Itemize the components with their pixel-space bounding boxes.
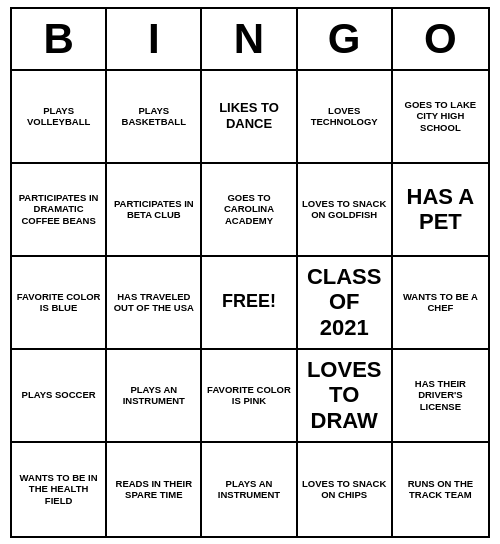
- bingo-cell: Free!: [202, 257, 297, 350]
- bingo-cell: FAVORITE COLOR IS PINK: [202, 350, 297, 443]
- bingo-header: BINGO: [12, 9, 488, 71]
- bingo-cell: HAS THEIR DRIVER'S LICENSE: [393, 350, 488, 443]
- bingo-cell: PARTICIPATES IN DRAMATIC COFFEE BEANS: [12, 164, 107, 257]
- bingo-cell: PLAYS SOCCER: [12, 350, 107, 443]
- header-letter: N: [202, 9, 297, 69]
- bingo-cell: CLASS OF 2021: [298, 257, 393, 350]
- bingo-cell: WANTS TO BE A CHEF: [393, 257, 488, 350]
- bingo-cell: GOES TO LAKE CITY HIGH SCHOOL: [393, 71, 488, 164]
- bingo-cell: LOVES TO DRAW: [298, 350, 393, 443]
- header-letter: I: [107, 9, 202, 69]
- bingo-cell: READS IN THEIR SPARE TIME: [107, 443, 202, 536]
- header-letter: B: [12, 9, 107, 69]
- bingo-cell: LIKES TO DANCE: [202, 71, 297, 164]
- bingo-cell: LOVES TO SNACK ON CHIPS: [298, 443, 393, 536]
- bingo-grid: PLAYS VOLLEYBALLPLAYS BASKETBALLLIKES TO…: [12, 71, 488, 536]
- bingo-cell: PLAYS AN INSTRUMENT: [202, 443, 297, 536]
- bingo-cell: PLAYS BASKETBALL: [107, 71, 202, 164]
- bingo-cell: GOES TO CAROLINA ACADEMY: [202, 164, 297, 257]
- bingo-cell: WANTS TO BE IN THE HEALTH FIELD: [12, 443, 107, 536]
- bingo-cell: PARTICIPATES IN BETA CLUB: [107, 164, 202, 257]
- bingo-cell: PLAYS AN INSTRUMENT: [107, 350, 202, 443]
- bingo-cell: FAVORITE COLOR IS BLUE: [12, 257, 107, 350]
- bingo-cell: PLAYS VOLLEYBALL: [12, 71, 107, 164]
- header-letter: O: [393, 9, 488, 69]
- bingo-cell: LOVES TECHNOLOGY: [298, 71, 393, 164]
- bingo-cell: HAS A PET: [393, 164, 488, 257]
- bingo-cell: RUNS ON THE TRACK TEAM: [393, 443, 488, 536]
- bingo-cell: HAS TRAVELED OUT OF THE USA: [107, 257, 202, 350]
- header-letter: G: [298, 9, 393, 69]
- bingo-card: BINGO PLAYS VOLLEYBALLPLAYS BASKETBALLLI…: [10, 7, 490, 538]
- bingo-cell: LOVES TO SNACK ON GOLDFISH: [298, 164, 393, 257]
